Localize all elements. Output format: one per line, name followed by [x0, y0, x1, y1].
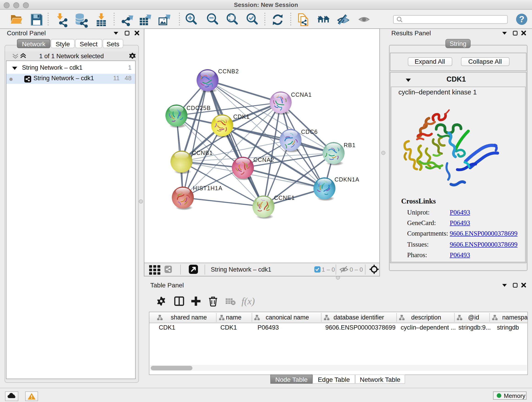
- svg-text:namespace: namespace: [502, 314, 527, 321]
- svg-text:String Network – cdk1: String Network – cdk1: [211, 266, 271, 273]
- svg-text:@id: @id: [468, 314, 479, 321]
- svg-text:RB1: RB1: [344, 142, 355, 148]
- svg-text:CDKN1A: CDKN1A: [335, 176, 360, 183]
- svg-text:CDC6: CDC6: [301, 128, 318, 135]
- svg-text:f(x): f(x): [241, 296, 254, 307]
- svg-text:name: name: [226, 314, 241, 321]
- svg-text:HIST1H1A: HIST1H1A: [193, 185, 222, 191]
- svg-text:CCNA2: CCNA2: [253, 157, 274, 163]
- svg-text:1 – 0: 1 – 0: [322, 266, 335, 273]
- svg-text:canonical name: canonical name: [265, 314, 309, 321]
- svg-text:shared name: shared name: [171, 314, 207, 321]
- svg-text:database identifier: database identifier: [333, 314, 384, 321]
- svg-text:CDK1: CDK1: [233, 114, 250, 120]
- svg-text:CCNB2: CCNB2: [218, 68, 239, 75]
- svg-text:CDC25B: CDC25B: [186, 105, 211, 111]
- svg-text:CCNE1: CCNE1: [274, 195, 295, 201]
- svg-text:CCNB1: CCNB1: [192, 150, 213, 156]
- svg-text:CCNA1: CCNA1: [291, 91, 312, 98]
- svg-text:?: ?: [519, 14, 524, 24]
- svg-text:description: description: [411, 314, 441, 321]
- svg-text:0 – 0: 0 – 0: [350, 266, 363, 273]
